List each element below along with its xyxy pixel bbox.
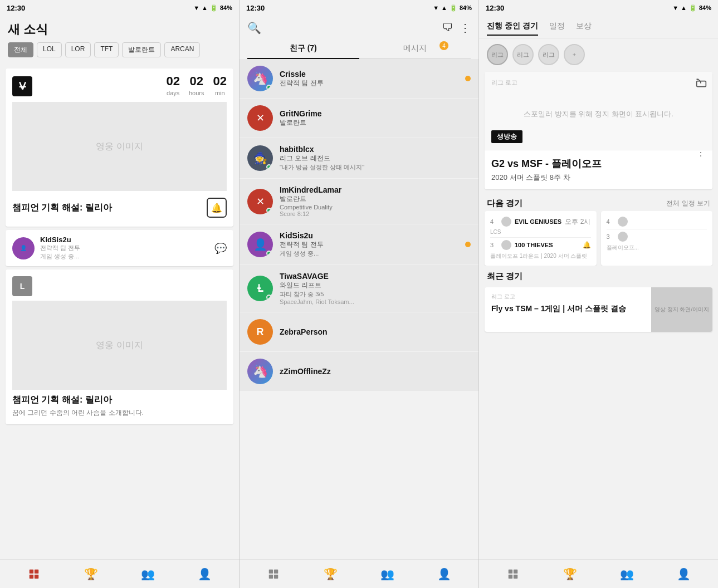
info-tiwa: TiwaSAVAGE 와일드 리프트 파티 참가 중 3/5 SpaceJahm…	[280, 272, 471, 305]
lor-card-header: L	[12, 276, 227, 296]
search-icon[interactable]: 🔍	[247, 21, 261, 35]
league-btn-add[interactable]: +	[564, 44, 585, 65]
schedule-link[interactable]: 전체 일정 보기	[666, 199, 710, 208]
detail-tiwa: 파티 참가 중 3/5	[280, 290, 471, 298]
avatar-icon-grit: ✕	[256, 112, 265, 124]
filter-tab-all[interactable]: 전체	[8, 42, 33, 57]
seed-2b: 3	[607, 233, 614, 240]
seed-2a: 4	[607, 218, 614, 225]
filter-tab-lor[interactable]: LOR	[65, 42, 91, 57]
bell-icon-match[interactable]: 🔔	[583, 241, 591, 249]
nav-news-1[interactable]	[24, 564, 44, 584]
nav-profile-2[interactable]: 👤	[434, 564, 455, 584]
filter-tab-valorant[interactable]: 발로란트	[122, 42, 161, 57]
nav-news-3[interactable]	[503, 564, 523, 584]
filter-tab-tft[interactable]: TFT	[94, 42, 119, 57]
hours-label: hours	[189, 90, 204, 96]
user-info-1: KidSis2u 전략적 팀 전투 게임 생성 중...	[40, 236, 227, 261]
header-actions: 🗨 ⋮	[442, 21, 471, 35]
friend-item-zebra[interactable]: R ZebraPerson	[240, 312, 478, 352]
valorant-countdown-card: V̶ 02 days 02 hours	[6, 68, 233, 227]
team-row-100t: 3 100 THIEVES 🔔	[490, 240, 591, 250]
filter-tab-arcan[interactable]: ARCAN	[164, 42, 200, 57]
svg-rect-8	[697, 81, 706, 87]
lor-subtitle: 꿈에 그리던 수줌의 어린 사슴을 소개합니다.	[12, 408, 227, 418]
league-btn-3[interactable]: 리그	[538, 44, 559, 65]
tab-live-matches[interactable]: 진행 중인 경기	[487, 21, 538, 36]
recent-matches-header: 최근 경기	[479, 266, 718, 284]
next-matches-row: 4 EVIL GENIUSES 오후 2시 LCS 3 100 THIEVES …	[479, 211, 718, 266]
online-dot-crissle	[266, 85, 272, 90]
match-time: 오후 2시	[565, 217, 590, 227]
league-btn-1[interactable]: 리그	[487, 44, 508, 65]
friend-item-tiwa[interactable]: Ƚ TiwaSAVAGE 와일드 리프트 파티 참가 중 3/5 SpaceJa…	[240, 265, 478, 312]
hero-image-2: 영웅 이미지	[12, 301, 227, 390]
next-match-card-2: 4 3 플레이오프...	[601, 211, 713, 266]
nav-trophy-3[interactable]: 🏆	[560, 564, 580, 584]
recent-match-card[interactable]: 리그 로고 Fly vs TSM – 1게임 | 서머 스플릿 결승 영상 정지…	[485, 287, 712, 332]
tab-rewards[interactable]: 보상	[576, 21, 592, 36]
logo-eg	[501, 217, 511, 227]
league-filter: 리그 리그 리그 +	[479, 38, 718, 68]
cast-icon[interactable]	[696, 77, 707, 91]
lor-logo: L	[12, 276, 32, 296]
more-options-icon[interactable]: ⋮	[460, 21, 471, 35]
info-kid: KidSis2u 전략적 팀 전투 게임 생성 중...	[280, 231, 458, 258]
bottom-nav-2: 🏆 👥 👤	[240, 559, 478, 588]
svg-rect-6	[269, 574, 273, 578]
tab-messages[interactable]: 메시지 4	[359, 39, 471, 58]
friend-item-habit[interactable]: 🧙 habitblcx 리그 오브 레전드 "내가 방금 설정한 상태 메시지"	[240, 138, 478, 179]
logo-2a	[618, 217, 628, 227]
add-chat-icon[interactable]: 🗨	[442, 21, 453, 35]
avatar-tiwa: Ƚ	[247, 276, 273, 301]
signal-icon-1: ▼	[193, 4, 199, 11]
online-dot-kindred	[266, 208, 272, 213]
status-bar-3: 12:30 ▼ ▲ 🔋 84%	[479, 0, 718, 16]
svg-rect-4	[269, 569, 273, 573]
svg-rect-11	[509, 574, 512, 578]
avatar-habit: 🧙	[247, 145, 273, 171]
wifi-icon-2: ▲	[441, 4, 447, 11]
avatar-icon-kid: 👤	[253, 238, 267, 251]
nav-friends-2[interactable]: 👥	[378, 564, 398, 584]
valorant-v-icon: V̶	[19, 80, 26, 92]
user-card-inner: 👤 KidSis2u 전략적 팀 전투 게임 생성 중... 💬	[6, 230, 233, 266]
filter-tab-lol[interactable]: LOL	[37, 42, 62, 57]
name-kindred: ImKindredLamar	[280, 185, 471, 194]
unread-kid	[465, 242, 471, 247]
friend-item-kindred[interactable]: ✕ ImKindredLamar 발로란트 Competitive Dualit…	[240, 179, 478, 224]
time-2: 12:30	[246, 4, 265, 12]
chat-icon-1[interactable]: 💬	[214, 242, 227, 254]
bell-button[interactable]: 🔔	[207, 198, 227, 218]
friend-item-crissle[interactable]: 🦄 Crissle 전략적 팀 전투	[240, 59, 478, 99]
tab-schedule[interactable]: 일정	[549, 21, 565, 36]
tab-friends[interactable]: 친구 (7)	[247, 39, 359, 59]
nav-friends-3[interactable]: 👥	[617, 564, 637, 584]
friend-item-zzim[interactable]: 🦄 zZimOfflineZz	[240, 352, 478, 391]
league-btn-2[interactable]: 리그	[512, 44, 534, 65]
bottom-nav-1: 🏆 👥 👤	[0, 559, 239, 588]
news-header: 새 소식 전체 LOL LOR TFT 발로란트 ARCAN	[0, 16, 239, 61]
recent-section-title: 최근 경기	[487, 271, 522, 282]
nav-profile-3[interactable]: 👤	[674, 564, 694, 584]
friend-item-kid[interactable]: 👤 KidSis2u 전략적 팀 전투 게임 생성 중...	[240, 224, 478, 265]
friend-item-grit[interactable]: ✕ GritNGrime 발로란트	[240, 99, 478, 138]
detail2-kindred: Score 8:12	[280, 210, 471, 217]
avatar-icon-habit: 🧙	[253, 151, 267, 165]
league-tag: LCS	[490, 229, 591, 235]
nav-trophy-2[interactable]: 🏆	[320, 564, 340, 584]
panel-news: 12:30 ▼ ▲ 🔋 84% 새 소식 전체 LOL LOR TFT 발로란트…	[0, 0, 240, 588]
name-habit: habitblcx	[280, 145, 471, 154]
avatar-grit: ✕	[247, 105, 273, 131]
svg-rect-10	[514, 569, 517, 573]
nav-profile-1[interactable]: 👤	[195, 564, 215, 584]
svg-rect-1	[35, 569, 38, 573]
status-bar-1: 12:30 ▼ ▲ 🔋 84%	[0, 0, 239, 16]
team-row-2a: 4	[607, 217, 707, 227]
nav-trophy-1[interactable]: 🏆	[81, 564, 101, 584]
info-zzim: zZimOfflineZz	[280, 367, 471, 376]
nav-news-2[interactable]	[263, 564, 284, 584]
avatar-icon-zebra: R	[257, 326, 264, 338]
signal-icon-2: ▼	[433, 4, 439, 11]
nav-friends-1[interactable]: 👥	[138, 564, 158, 584]
